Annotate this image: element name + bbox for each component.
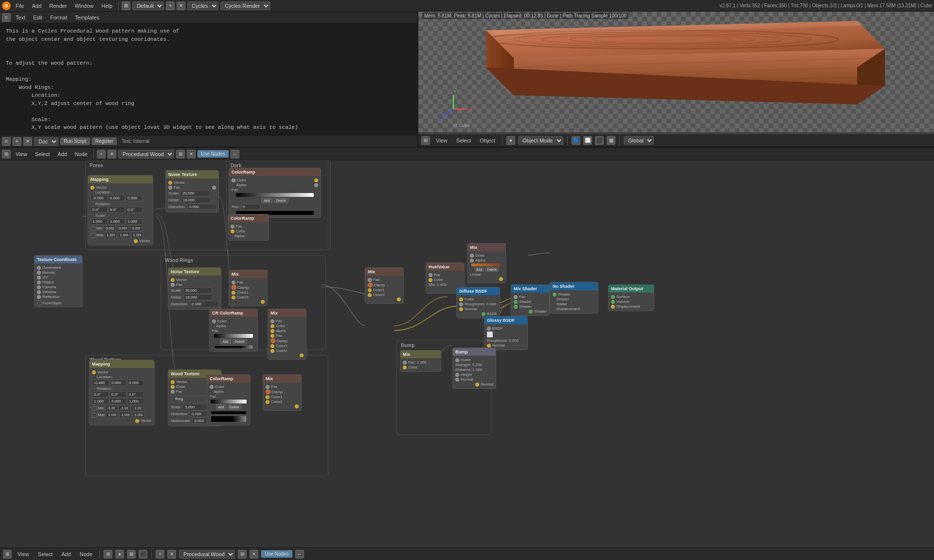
- bb-use-nodes[interactable]: Use Nodes: [261, 550, 292, 558]
- te-type-icon[interactable]: ≡: [2, 137, 11, 146]
- node-mix-pattern[interactable]: ColorRamp Color Alpha Fac Add Delete: [207, 374, 251, 425]
- node-mix2-pattern[interactable]: Mix Fac Clamp Color1 Color2: [263, 374, 302, 411]
- node-mapping-1[interactable]: Mapping Vector Location: Rotation:: [88, 175, 153, 245]
- bb-menu-select[interactable]: Select: [35, 550, 56, 558]
- node-geometry-body: Generated Normal UV Object Camera Window…: [35, 263, 82, 307]
- ne-del-icon[interactable]: ✕: [108, 150, 116, 158]
- bb-icon2[interactable]: ●: [115, 550, 124, 559]
- doc-select[interactable]: Doc: [34, 137, 58, 146]
- ne-menu-select[interactable]: Select: [32, 150, 53, 158]
- node-mix-rings-header: Mix: [229, 270, 267, 278]
- transform-select[interactable]: Global: [624, 136, 654, 145]
- layout-select[interactable]: Default: [132, 1, 164, 10]
- node-bump[interactable]: Bump Invert Strength: 0.250 Distance: 1.…: [452, 348, 496, 389]
- use-nodes-button[interactable]: Use Nodes: [198, 150, 228, 158]
- engine-render-select[interactable]: Cycles Render: [220, 1, 270, 10]
- mode-select[interactable]: Object Mode: [518, 136, 563, 145]
- bb-menu-view[interactable]: View: [15, 550, 32, 558]
- node-no-shader[interactable]: No Shader Shader Shader Radar Displaceme…: [550, 282, 598, 314]
- node-no-shader-header: No Shader: [550, 282, 598, 290]
- node-fac-pores[interactable]: ColorRamp Fac Color Alpha: [228, 214, 269, 241]
- bb-icon4[interactable]: ⬛: [139, 550, 147, 559]
- top-row: ≡ Text Edit Format Templates This is a C…: [0, 12, 934, 148]
- ne-icon1[interactable]: ⊞: [176, 150, 185, 158]
- render-mode-icon[interactable]: 🔵: [572, 136, 580, 145]
- vp-type-icon[interactable]: ⊞: [421, 136, 430, 145]
- bb-menu-add[interactable]: Add: [58, 550, 74, 558]
- version-info: v2.67.1 | Verts:352 | Faces:350 | Tris:7…: [719, 3, 932, 8]
- node-mix-rings[interactable]: Mix Fac Clamp Color1 Color2: [229, 270, 268, 306]
- solid-icon[interactable]: ⬛: [595, 136, 604, 145]
- bb-title-select[interactable]: Procedural Wood: [179, 550, 235, 559]
- bb-icon1[interactable]: ⊞: [104, 550, 112, 559]
- node-mapping-2[interactable]: Mapping Vector Location: Rotation:: [89, 360, 155, 425]
- node-noise-pores-header: Noise Texture: [166, 171, 218, 178]
- te-menu-templates[interactable]: Templates: [72, 14, 102, 21]
- layout-icon[interactable]: ⊞: [122, 1, 130, 10]
- node-tree-select[interactable]: Procedural Wood: [118, 150, 174, 158]
- menu-render[interactable]: Render: [46, 2, 70, 10]
- node-mix-shader[interactable]: Mix Shader Fac Shader Shader Shader: [511, 284, 550, 316]
- bb-type-icon[interactable]: ⊞: [3, 550, 12, 559]
- node-diffuse-header: Diffuse BSDF: [457, 287, 500, 295]
- node-colorramp-dark[interactable]: ColorRamp Color Alpha Fac Add Delete Pos…: [229, 168, 321, 218]
- ne-type-icon[interactable]: ⊞: [2, 150, 11, 158]
- node-noise-rings[interactable]: Noise Texture Vector Fac Scale: Detail: …: [168, 267, 221, 310]
- menu-help[interactable]: Help: [99, 2, 116, 10]
- te-menu-text[interactable]: Text: [13, 14, 28, 21]
- bb-icon9[interactable]: ↔: [295, 550, 304, 559]
- node-mix2-rings[interactable]: Mix Fac Color Alpha Fac Clamp Color1 Col…: [268, 309, 306, 360]
- sep7: [151, 550, 152, 559]
- bb-icon7[interactable]: ⊞: [238, 550, 247, 559]
- render-canvas: X Y Z ⊙ Cube: [418, 12, 934, 132]
- bb-icon6[interactable]: ✕: [167, 550, 176, 559]
- te-del-icon[interactable]: ✕: [23, 137, 32, 146]
- node-glossy-bsdf[interactable]: Glossy BSDF BSDF Roughness: 0.000 Normal: [484, 316, 528, 350]
- node-geometry[interactable]: Texture Coordinate Generated Normal UV O…: [34, 255, 83, 307]
- node-cr-rings[interactable]: CR ColorRamp Color Alpha Fac Add Delete: [209, 309, 258, 352]
- menu-add[interactable]: Add: [29, 2, 45, 10]
- node-geometry-header: Texture Coordinate: [35, 256, 82, 263]
- svg-text:Z: Z: [440, 115, 443, 120]
- vp-menu-object[interactable]: Object: [477, 137, 498, 144]
- engine-select[interactable]: Cycles: [187, 1, 218, 10]
- add-screen-icon[interactable]: +: [166, 1, 175, 10]
- editor-type-icon[interactable]: ≡: [2, 13, 11, 22]
- ne-icon3[interactable]: ↔: [231, 150, 239, 158]
- mode-icon[interactable]: ●: [506, 136, 515, 145]
- texture-icon[interactable]: ▦: [607, 136, 615, 145]
- bb-menu-node[interactable]: Node: [77, 550, 95, 558]
- node-bump-input[interactable]: Mix Fac: 1.000 Color: [400, 350, 441, 372]
- vp-menu-view[interactable]: View: [433, 137, 450, 144]
- menu-window[interactable]: Window: [72, 2, 96, 10]
- te-add-icon[interactable]: +: [13, 137, 21, 146]
- node-glossy-header: Glossy BSDF: [485, 316, 527, 324]
- node-mix-main[interactable]: Mix Fac Clamp Color1 Color2: [365, 267, 404, 304]
- ne-menu-view[interactable]: View: [13, 150, 30, 158]
- node-material-output-header: Material Output: [609, 285, 654, 293]
- wire-icon[interactable]: ⬜: [583, 136, 592, 145]
- ne-menu-add[interactable]: Add: [54, 150, 70, 158]
- main-layout: ≡ Text Edit Format Templates This is a C…: [0, 12, 934, 547]
- vp-menu-select[interactable]: Select: [453, 137, 474, 144]
- ne-icon2[interactable]: ✕: [187, 150, 196, 158]
- register-button[interactable]: Register: [92, 138, 117, 145]
- te-menu-edit[interactable]: Edit: [30, 14, 45, 21]
- menu-file[interactable]: File: [13, 2, 27, 10]
- node-diffuse-bsdf[interactable]: Diffuse BSDF Color Roughness: 0.000 Norm…: [456, 287, 500, 318]
- te-menu-format[interactable]: Format: [47, 14, 70, 21]
- node-colorramp-dark-header: ColorRamp: [229, 168, 321, 176]
- bb-icon3[interactable]: ⊠: [127, 550, 136, 559]
- ne-menu-node[interactable]: Node: [72, 150, 90, 158]
- bb-icon5[interactable]: +: [156, 550, 164, 559]
- run-script-button[interactable]: Run Script: [60, 138, 90, 145]
- node-mix-pattern-header: ColorRamp: [207, 375, 250, 383]
- node-cr-rings-body: Color Alpha Fac Add Delete: [210, 317, 257, 351]
- ne-add-icon[interactable]: +: [97, 150, 106, 158]
- node-material-output[interactable]: Material Output Surface Volume Displacem…: [608, 284, 654, 311]
- del-screen-icon[interactable]: ✕: [177, 1, 185, 10]
- node-rgb-mix[interactable]: Mix Color Alpha Add Delete Linear: [467, 243, 506, 283]
- bb-icon8[interactable]: ✕: [250, 550, 258, 559]
- node-mix-shader-body: Fac Shader Shader Shader: [511, 293, 549, 315]
- node-noise-pores[interactable]: Noise Texture Vector Fac Scale: Detail: …: [165, 170, 219, 212]
